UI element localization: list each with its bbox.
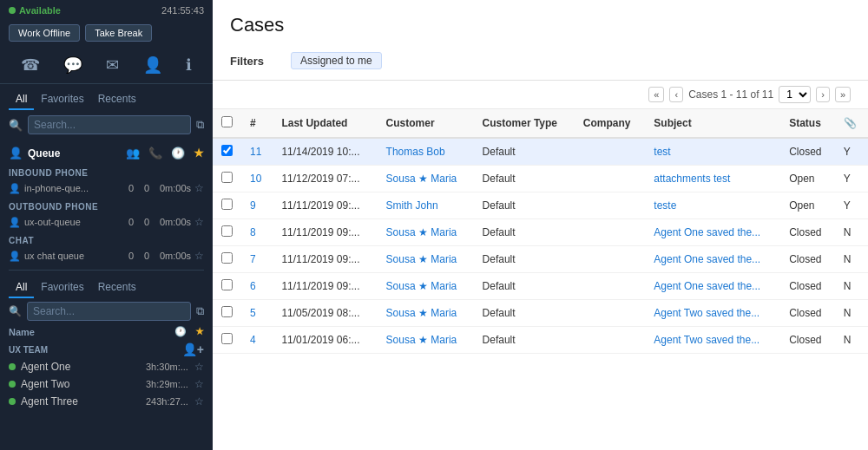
agent1-star[interactable]: ☆ bbox=[194, 361, 204, 373]
filter-icon[interactable]: ⧉ bbox=[196, 118, 204, 132]
row-last-updated: 11/01/2019 06:... bbox=[273, 327, 377, 354]
row-checkbox[interactable] bbox=[221, 199, 233, 210]
take-break-button[interactable]: Take Break bbox=[85, 24, 152, 42]
agent3-name[interactable]: Agent Three bbox=[21, 395, 141, 408]
cases-table-container: # Last Updated Customer Customer Type Co… bbox=[213, 109, 868, 450]
case-id-link[interactable]: 8 bbox=[250, 226, 256, 238]
agents-tab-recents[interactable]: Recents bbox=[91, 277, 143, 298]
row-checkbox[interactable] bbox=[221, 225, 233, 237]
subject-link[interactable]: Agent One saved the... bbox=[654, 253, 760, 265]
case-id-link[interactable]: 6 bbox=[250, 280, 256, 292]
chat-queue-row: 👤 ux chat queue 0 0 0m:00s ☆ bbox=[9, 247, 204, 264]
row-attach: Y bbox=[835, 166, 868, 192]
agents-search-input[interactable] bbox=[27, 302, 191, 321]
team-label: UX TEAM 👤+ bbox=[9, 341, 204, 358]
agents-tab-favorites[interactable]: Favorites bbox=[34, 277, 90, 298]
queue-phone-icon[interactable]: 📞 bbox=[148, 147, 162, 160]
row-checkbox[interactable] bbox=[221, 306, 233, 317]
info-nav-icon[interactable]: ℹ bbox=[182, 52, 195, 78]
customer-link[interactable]: Sousa ★ Maria bbox=[386, 307, 457, 319]
agent3-star[interactable]: ☆ bbox=[194, 395, 204, 408]
customer-link[interactable]: Smith John bbox=[386, 199, 438, 212]
queue-group-icon[interactable]: 👥 bbox=[126, 147, 140, 160]
agent2-name[interactable]: Agent Two bbox=[21, 378, 141, 390]
customer-link[interactable]: Sousa ★ Maria bbox=[386, 334, 457, 346]
row-checkbox[interactable] bbox=[221, 145, 233, 156]
agents-clock-icon: 🕐 bbox=[174, 326, 187, 337]
col-subject[interactable]: Subject bbox=[645, 109, 780, 138]
inbound-star[interactable]: ☆ bbox=[194, 182, 204, 194]
row-checkbox[interactable] bbox=[221, 333, 233, 344]
subject-link[interactable]: teste bbox=[654, 199, 676, 212]
status-badge: Closed bbox=[789, 280, 821, 292]
first-page-button[interactable]: « bbox=[648, 87, 664, 102]
queue-star-icon[interactable]: ★ bbox=[194, 147, 204, 160]
person-nav-icon[interactable]: 👤 bbox=[140, 52, 166, 78]
status-text: Available bbox=[19, 5, 61, 16]
col-status[interactable]: Status bbox=[780, 109, 835, 138]
customer-link[interactable]: Sousa ★ Maria bbox=[386, 226, 457, 238]
row-company bbox=[575, 219, 646, 246]
filters-bar: Filters Assigned to me bbox=[230, 45, 851, 73]
prev-page-button[interactable]: ‹ bbox=[669, 87, 683, 102]
select-all-checkbox[interactable] bbox=[221, 116, 233, 127]
row-checkbox-cell bbox=[213, 300, 241, 327]
row-customer: Sousa ★ Maria bbox=[378, 219, 474, 246]
next-page-button[interactable]: › bbox=[816, 87, 830, 102]
tab-favorites-queue[interactable]: Favorites bbox=[34, 89, 90, 110]
subject-link[interactable]: Agent Two saved the... bbox=[654, 334, 760, 346]
case-id-link[interactable]: 4 bbox=[250, 334, 256, 346]
customer-link[interactable]: Sousa ★ Maria bbox=[386, 253, 457, 265]
work-offline-button[interactable]: Work Offline bbox=[9, 24, 80, 42]
case-id-link[interactable]: 11 bbox=[250, 146, 261, 158]
row-checkbox[interactable] bbox=[221, 252, 233, 264]
subject-link[interactable]: Agent One saved the... bbox=[654, 226, 760, 238]
queue-clock-icon[interactable]: 🕐 bbox=[171, 147, 185, 160]
row-last-updated: 11/12/2019 07:... bbox=[273, 166, 377, 192]
agent1-name[interactable]: Agent One bbox=[21, 361, 141, 373]
customer-link[interactable]: Thomas Bob bbox=[386, 146, 445, 158]
agents-filter-icon[interactable]: ⧉ bbox=[196, 304, 204, 318]
case-id-link[interactable]: 7 bbox=[250, 253, 256, 265]
col-id[interactable]: # bbox=[241, 109, 273, 138]
chat-nav-icon[interactable]: 💬 bbox=[60, 52, 86, 78]
customer-link[interactable]: Sousa ★ Maria bbox=[386, 173, 457, 185]
team-add-icon[interactable]: 👤+ bbox=[182, 342, 204, 356]
tab-recents-queue[interactable]: Recents bbox=[91, 89, 143, 110]
queue-search-input[interactable] bbox=[28, 115, 191, 134]
page-select[interactable]: 1 bbox=[779, 86, 811, 103]
row-checkbox[interactable] bbox=[221, 279, 233, 290]
subject-link[interactable]: test bbox=[654, 146, 670, 158]
row-checkbox-cell bbox=[213, 138, 241, 166]
agent2-star[interactable]: ☆ bbox=[194, 378, 204, 390]
status-badge: Closed bbox=[789, 307, 821, 319]
subject-link[interactable]: attachments test bbox=[654, 173, 730, 185]
row-customer-type: Default bbox=[474, 192, 575, 219]
agents-col-icons: 🕐 ★ bbox=[174, 326, 204, 337]
chat-star[interactable]: ☆ bbox=[194, 250, 204, 262]
col-customer[interactable]: Customer bbox=[378, 109, 474, 138]
case-id-link[interactable]: 10 bbox=[250, 173, 261, 185]
row-status: Closed bbox=[780, 327, 835, 354]
col-customer-type[interactable]: Customer Type bbox=[474, 109, 575, 138]
email-nav-icon[interactable]: ✉ bbox=[102, 52, 122, 78]
page-title: Cases bbox=[230, 14, 851, 36]
agents-col-name-label: Name bbox=[9, 327, 174, 337]
customer-link[interactable]: Sousa ★ Maria bbox=[386, 280, 457, 292]
agents-tab-all[interactable]: All bbox=[9, 277, 34, 298]
subject-link[interactable]: Agent Two saved the... bbox=[654, 307, 760, 319]
case-id-link[interactable]: 9 bbox=[250, 199, 256, 212]
col-company[interactable]: Company bbox=[575, 109, 646, 138]
subject-link[interactable]: Agent One saved the... bbox=[654, 280, 760, 292]
col-last-updated[interactable]: Last Updated bbox=[273, 109, 377, 138]
case-id-link[interactable]: 5 bbox=[250, 307, 256, 319]
pagination-bar: « ‹ Cases 1 - 11 of 11 1 › » bbox=[213, 81, 868, 109]
last-page-button[interactable]: » bbox=[835, 87, 851, 102]
attachment-header-icon: 📎 bbox=[844, 117, 857, 129]
phone-nav-icon[interactable]: ☎ bbox=[17, 52, 43, 78]
filter-assigned-to-me[interactable]: Assigned to me bbox=[291, 52, 382, 69]
row-checkbox[interactable] bbox=[221, 172, 233, 183]
outbound-star[interactable]: ☆ bbox=[194, 216, 204, 228]
tab-all-queue[interactable]: All bbox=[9, 89, 34, 110]
status-badge: Open bbox=[789, 199, 814, 212]
